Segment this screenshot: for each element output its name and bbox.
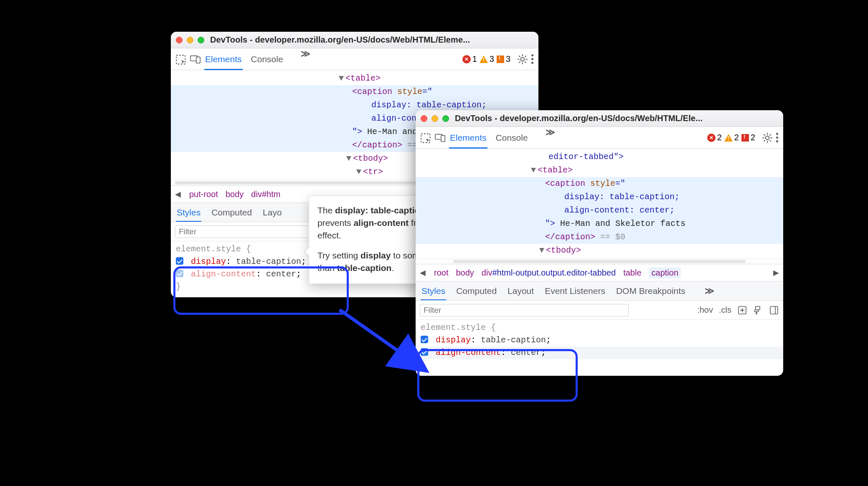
more-tabs-icon[interactable]: ≫ — [301, 48, 310, 70]
minimize-icon[interactable] — [431, 115, 438, 122]
tree-row[interactable]: ▼<table> — [416, 164, 783, 177]
css-declaration[interactable]: align-content: center; — [421, 347, 783, 359]
caret-icon[interactable]: ▼ — [530, 164, 537, 177]
warning-count[interactable]: 3 — [480, 54, 494, 64]
device-toggle-icon[interactable] — [188, 52, 203, 66]
tree-row[interactable]: <caption style=" — [171, 85, 538, 99]
flag-icon — [741, 134, 749, 142]
panel-tabs: Elements Console ≫ — [205, 48, 310, 70]
minimize-icon[interactable] — [187, 37, 193, 43]
svg-rect-27 — [770, 306, 778, 314]
close-icon[interactable] — [176, 37, 183, 43]
gear-icon[interactable] — [515, 52, 530, 66]
paint-brush-icon[interactable] — [753, 305, 763, 315]
breadcrumb-item[interactable]: put-root — [189, 190, 218, 199]
close-icon[interactable] — [421, 115, 427, 122]
property-toggle-checkbox[interactable] — [421, 348, 428, 356]
devtools-window-after: DevTools - developer.mozilla.org/en-US/d… — [416, 110, 783, 376]
css-declaration[interactable]: display: table-caption; — [421, 334, 783, 347]
issue-count[interactable]: 2 — [741, 133, 755, 142]
new-style-rule-icon[interactable] — [737, 305, 747, 315]
traffic-lights — [176, 37, 204, 43]
property-toggle-checkbox[interactable] — [421, 336, 428, 343]
breadcrumb-item[interactable]: div#html-output.output.editor-tabbed — [482, 268, 616, 278]
svg-rect-2 — [196, 57, 200, 63]
caret-icon[interactable]: ▼ — [538, 244, 545, 257]
breadcrumb-item[interactable]: div#htm — [251, 190, 280, 199]
tree-row[interactable]: </caption> == $0 — [416, 230, 783, 244]
error-count[interactable]: 1 — [462, 54, 477, 64]
warning-count[interactable]: 2 — [724, 133, 739, 142]
tree-row[interactable]: align-content: center; — [416, 204, 783, 217]
tab-dom-breakpoints[interactable]: DOM Breakpoints — [616, 281, 685, 300]
breadcrumb-item[interactable]: body — [456, 268, 474, 278]
styles-subtabs: Styles Computed Layout Event Listeners D… — [416, 281, 783, 301]
error-icon — [462, 55, 471, 63]
caret-icon[interactable]: ▼ — [338, 72, 345, 85]
tab-layout[interactable]: Layo — [263, 203, 282, 222]
breadcrumb-prev-icon[interactable]: ◀ — [419, 268, 426, 277]
inspect-element-icon[interactable] — [419, 131, 433, 145]
breadcrumb-item[interactable]: body — [226, 190, 244, 199]
tab-computed[interactable]: Computed — [456, 281, 497, 300]
tab-elements[interactable]: Elements — [450, 127, 487, 148]
title-bar: DevTools - developer.mozilla.org/en-US/d… — [171, 32, 538, 48]
tree-row[interactable]: "> He-Man and Skeletor facts — [416, 217, 783, 230]
css-rule-selector[interactable]: element.style { — [421, 321, 783, 334]
kebab-menu-icon[interactable] — [774, 131, 780, 144]
breadcrumb-item[interactable]: root — [434, 268, 448, 278]
tab-event-listeners[interactable]: Event Listeners — [545, 281, 605, 300]
styles-filter-input[interactable] — [420, 304, 629, 316]
svg-line-10 — [519, 61, 520, 63]
tab-elements[interactable]: Elements — [205, 48, 242, 70]
error-count[interactable]: 2 — [707, 133, 722, 142]
tree-row[interactable]: ▼<tbody> — [416, 244, 783, 257]
tab-layout[interactable]: Layout — [508, 281, 534, 300]
title-bar: DevTools - developer.mozilla.org/en-US/d… — [416, 110, 783, 127]
tree-row[interactable]: ▼<table> — [171, 72, 538, 85]
elements-tree[interactable]: editor-tabbed"> ▼<table> <caption style=… — [416, 149, 783, 258]
issue-counters[interactable]: 2 2 2 — [707, 133, 755, 142]
property-toggle-checkbox[interactable] — [176, 257, 183, 265]
cls-toggle[interactable]: .cls — [719, 305, 731, 315]
svg-line-9 — [525, 61, 526, 63]
property-toggle-checkbox[interactable] — [176, 270, 183, 277]
caret-icon[interactable]: ▼ — [355, 165, 362, 179]
tab-styles[interactable]: Styles — [421, 281, 445, 300]
computed-sidebar-icon[interactable] — [769, 305, 779, 315]
svg-line-22 — [764, 140, 765, 141]
svg-point-3 — [521, 57, 525, 61]
tab-console[interactable]: Console — [251, 48, 283, 70]
kebab-menu-icon[interactable] — [530, 53, 535, 66]
tree-row[interactable]: editor-tabbed"> — [416, 150, 783, 164]
maximize-icon[interactable] — [442, 115, 449, 122]
hov-toggle[interactable]: :hov — [697, 305, 713, 315]
tab-computed[interactable]: Computed — [211, 203, 252, 222]
more-subtabs-icon[interactable]: ≫ — [705, 286, 714, 296]
breadcrumb-item[interactable]: caption — [649, 267, 681, 278]
styles-filter-row: :hov .cls — [416, 301, 783, 320]
svg-line-8 — [519, 56, 520, 57]
more-tabs-icon[interactable]: ≫ — [546, 127, 555, 148]
issue-count[interactable]: 3 — [497, 54, 510, 64]
inspect-element-icon[interactable] — [174, 52, 188, 66]
tree-row[interactable]: <caption style=" — [416, 177, 783, 190]
window-title: DevTools - developer.mozilla.org/en-US/d… — [210, 35, 470, 45]
tab-styles[interactable]: Styles — [177, 203, 201, 222]
gear-icon[interactable] — [760, 131, 774, 145]
caret-icon[interactable]: ▼ — [345, 152, 352, 165]
breadcrumb-next-icon[interactable]: ▶ — [772, 268, 780, 277]
flag-icon — [497, 56, 504, 63]
issue-counters[interactable]: 1 3 3 — [462, 54, 510, 64]
tab-console[interactable]: Console — [496, 127, 528, 148]
maximize-icon[interactable] — [198, 37, 204, 43]
warning-icon — [724, 134, 733, 142]
breadcrumb-item[interactable]: table — [623, 268, 641, 278]
svg-rect-14 — [441, 135, 445, 142]
horizontal-scrollbar[interactable] — [416, 258, 783, 264]
breadcrumb-prev-icon[interactable]: ◀ — [174, 190, 182, 199]
tree-row[interactable]: display: table-caption; — [416, 190, 783, 204]
styles-pane[interactable]: element.style { display: table-caption; … — [416, 320, 783, 376]
main-toolbar: Elements Console ≫ 2 2 2 — [416, 127, 783, 149]
device-toggle-icon[interactable] — [433, 131, 447, 145]
